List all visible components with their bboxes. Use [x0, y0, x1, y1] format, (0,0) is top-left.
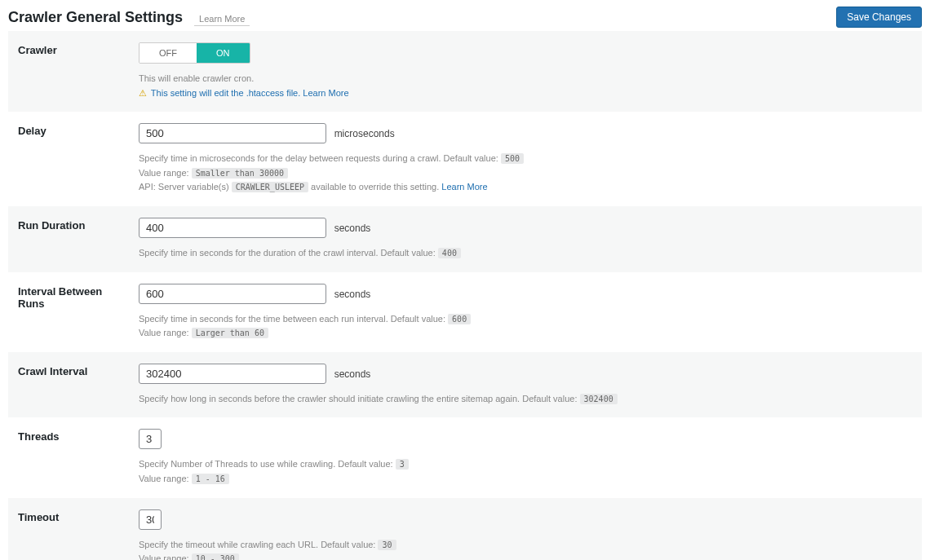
crawl-interval-label: Crawl Interval — [8, 352, 139, 418]
threads-range-label: Value range: — [139, 474, 189, 483]
delay-api-suffix: available to override this setting. — [311, 182, 439, 192]
run-duration-label: Run Duration — [8, 206, 139, 272]
timeout-label: Timeout — [8, 498, 139, 560]
delay-range: Smaller than 30000 — [192, 168, 288, 179]
delay-input[interactable] — [139, 123, 326, 143]
crawler-toggle-on[interactable]: ON — [197, 43, 250, 63]
interval-between-range-label: Value range: — [139, 328, 189, 337]
crawler-learn-more[interactable]: Learn More — [303, 88, 348, 98]
crawler-toggle[interactable]: OFF ON — [139, 42, 250, 64]
interval-between-unit: seconds — [334, 289, 371, 300]
delay-range-label: Value range: — [139, 168, 189, 178]
delay-learn-more[interactable]: Learn More — [441, 182, 487, 192]
warning-icon: ⚠ — [139, 88, 147, 98]
threads-desc: Specify Number of Threads to use while c… — [139, 459, 393, 469]
run-duration-unit: seconds — [334, 223, 371, 234]
delay-api-var: CRAWLER_USLEEP — [232, 182, 308, 192]
timeout-range: 10 - 300 — [192, 553, 239, 560]
timeout-input[interactable] — [139, 509, 162, 530]
crawler-desc: This will enable crawler cron. — [139, 73, 254, 83]
delay-unit: microseconds — [334, 128, 395, 139]
threads-range: 1 - 16 — [192, 474, 229, 484]
threads-default: 3 — [396, 459, 409, 470]
delay-api-prefix: API: Server variable(s) — [139, 182, 229, 192]
crawl-interval-default: 302400 — [580, 394, 618, 404]
crawler-label: Crawler — [8, 31, 139, 112]
timeout-desc: Specify the timeout while crawling each … — [139, 540, 375, 549]
crawl-interval-unit: seconds — [334, 368, 371, 380]
interval-between-label: Interval Between Runs — [8, 272, 139, 352]
run-duration-input[interactable] — [139, 218, 326, 238]
save-changes-button[interactable]: Save Changes — [836, 7, 922, 28]
run-duration-desc: Specify time in seconds for the duration… — [139, 248, 436, 258]
delay-default: 500 — [501, 153, 524, 164]
timeout-range-label: Value range: — [139, 553, 189, 560]
learn-more-link[interactable]: Learn More — [194, 14, 250, 26]
crawl-interval-input[interactable] — [139, 364, 326, 384]
interval-between-input[interactable] — [139, 284, 326, 304]
run-duration-default: 400 — [438, 248, 461, 258]
delay-desc: Specify time in microseconds for the del… — [139, 153, 498, 163]
interval-between-desc: Specify time in seconds for the time bet… — [139, 314, 445, 324]
delay-label: Delay — [8, 112, 139, 206]
threads-input[interactable] — [139, 429, 162, 449]
crawler-warning: This setting will edit the .htaccess fil… — [151, 88, 300, 98]
crawler-toggle-off[interactable]: OFF — [140, 43, 197, 63]
crawl-interval-desc: Specify how long in seconds before the c… — [139, 394, 577, 403]
timeout-default: 30 — [378, 540, 396, 550]
interval-between-default: 600 — [448, 314, 471, 324]
interval-between-range: Larger than 60 — [192, 328, 268, 338]
page-title: Crawler General Settings — [8, 9, 183, 26]
threads-label: Threads — [8, 417, 139, 497]
